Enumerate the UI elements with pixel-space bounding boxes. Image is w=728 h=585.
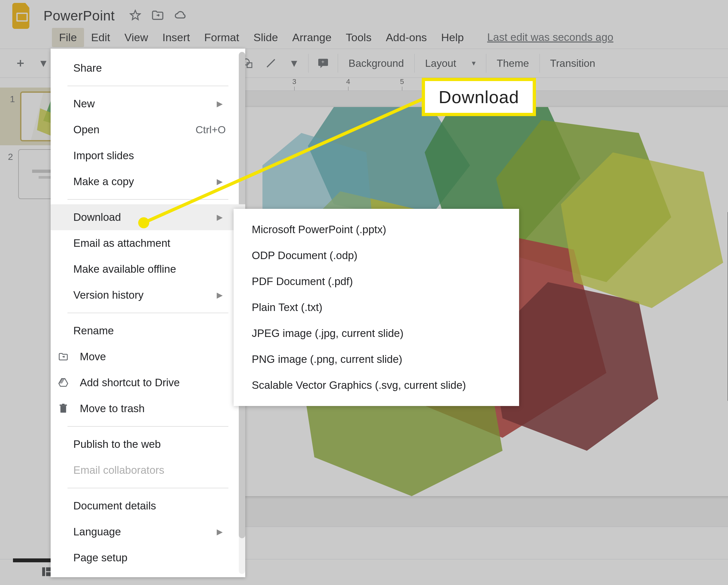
- menu-item-download[interactable]: Download▶: [51, 204, 245, 230]
- menu-item-move[interactable]: Move: [51, 344, 245, 370]
- menu-help[interactable]: Help: [434, 28, 471, 47]
- menu-item-open[interactable]: OpenCtrl+O: [51, 117, 245, 143]
- submenu-item-odp[interactable]: ODP Document (.odp): [234, 243, 519, 268]
- svg-rect-24: [42, 567, 45, 576]
- menu-edit[interactable]: Edit: [84, 28, 118, 47]
- star-outline-icon[interactable]: [129, 9, 141, 22]
- move-to-folder-icon[interactable]: [152, 10, 164, 22]
- text-placeholder[interactable]: [726, 211, 728, 402]
- menu-addons[interactable]: Add-ons: [379, 28, 434, 47]
- new-slide-dropdown-icon[interactable]: ▼: [35, 55, 52, 71]
- svg-rect-27: [60, 406, 66, 413]
- new-slide-button[interactable]: [12, 56, 29, 70]
- submenu-arrow-icon: ▶: [217, 99, 223, 108]
- menu-item-page-setup[interactable]: Page setup: [51, 545, 245, 571]
- line-dropdown-icon[interactable]: ▼: [286, 55, 303, 71]
- background-button[interactable]: Background: [344, 55, 409, 71]
- menu-item-rename[interactable]: Rename: [51, 318, 245, 344]
- thumbnail-number: 2: [6, 152, 13, 162]
- menu-tools[interactable]: Tools: [339, 28, 379, 47]
- svg-rect-6: [247, 63, 252, 68]
- theme-button[interactable]: Theme: [492, 55, 534, 71]
- submenu-item-pdf[interactable]: PDF Document (.pdf): [234, 268, 519, 294]
- submenu-item-txt[interactable]: Plain Text (.txt): [234, 294, 519, 320]
- menu-item-document-details[interactable]: Document details: [51, 493, 245, 519]
- submenu-item-png[interactable]: PNG image (.png, current slide): [234, 346, 519, 372]
- submenu-arrow-icon: ▶: [217, 291, 223, 300]
- svg-rect-29: [62, 404, 64, 405]
- comment-icon[interactable]: +: [314, 56, 332, 70]
- menu-arrange[interactable]: Arrange: [285, 28, 339, 47]
- menu-item-language[interactable]: Language▶: [51, 519, 245, 545]
- menu-item-trash[interactable]: Move to trash: [51, 396, 245, 422]
- title-bar: PowerPoint: [0, 0, 728, 26]
- submenu-arrow-icon: ▶: [217, 177, 223, 186]
- shortcut-label: Ctrl+O: [196, 124, 226, 136]
- menu-item-publish[interactable]: Publish to the web: [51, 431, 245, 457]
- trash-icon: [57, 404, 70, 414]
- submenu-arrow-icon: ▶: [217, 527, 223, 536]
- document-title[interactable]: PowerPoint: [44, 8, 115, 24]
- slides-logo-icon: [10, 0, 34, 32]
- layout-button[interactable]: Layout: [420, 55, 461, 71]
- submenu-item-pptx[interactable]: Microsoft PowerPoint (.pptx): [234, 217, 519, 243]
- menu-item-offline[interactable]: Make available offline: [51, 256, 245, 282]
- layout-dropdown-icon[interactable]: ▼: [467, 58, 480, 69]
- menu-item-share[interactable]: Share: [51, 55, 245, 81]
- svg-rect-2: [18, 14, 27, 21]
- menu-item-add-shortcut[interactable]: Add shortcut to Drive: [51, 370, 245, 396]
- drive-icon: [57, 378, 70, 387]
- submenu-item-svg[interactable]: Scalable Vector Graphics (.svg, current …: [234, 372, 519, 398]
- menu-slide[interactable]: Slide: [246, 28, 285, 47]
- menu-format[interactable]: Format: [197, 28, 246, 47]
- menu-insert[interactable]: Insert: [155, 28, 197, 47]
- download-submenu: Microsoft PowerPoint (.pptx) ODP Documen…: [234, 209, 519, 406]
- menu-bar: File Edit View Insert Format Slide Arran…: [0, 26, 728, 49]
- annotation-dot-icon: [138, 217, 149, 228]
- annotation-callout: Download: [422, 78, 536, 116]
- menu-view[interactable]: View: [117, 28, 155, 47]
- menu-item-email-collaborators: Email collaborators: [51, 457, 245, 483]
- svg-text:+: +: [321, 59, 325, 64]
- menu-item-version-history[interactable]: Version history▶: [51, 282, 245, 308]
- submenu-item-jpeg[interactable]: JPEG image (.jpg, current slide): [234, 320, 519, 346]
- thumbnail-number: 1: [8, 94, 15, 104]
- file-menu: Share New▶ OpenCtrl+O Import slides Make…: [51, 49, 245, 577]
- cloud-saved-icon[interactable]: [174, 10, 187, 21]
- move-icon: [57, 352, 70, 361]
- app-root: PowerPoint File Edit View Insert Format …: [0, 0, 728, 585]
- line-icon[interactable]: [262, 56, 279, 70]
- transition-button[interactable]: Transition: [546, 55, 600, 71]
- submenu-arrow-icon: ▶: [217, 213, 223, 222]
- menu-item-new[interactable]: New▶: [51, 91, 245, 117]
- last-edit-status[interactable]: Last edit was seconds ago: [487, 31, 614, 44]
- menu-item-make-copy[interactable]: Make a copy▶: [51, 169, 245, 194]
- menu-item-import-slides[interactable]: Import slides: [51, 143, 245, 169]
- menu-item-email-attachment[interactable]: Email as attachment: [51, 230, 245, 256]
- menu-file[interactable]: File: [52, 28, 84, 47]
